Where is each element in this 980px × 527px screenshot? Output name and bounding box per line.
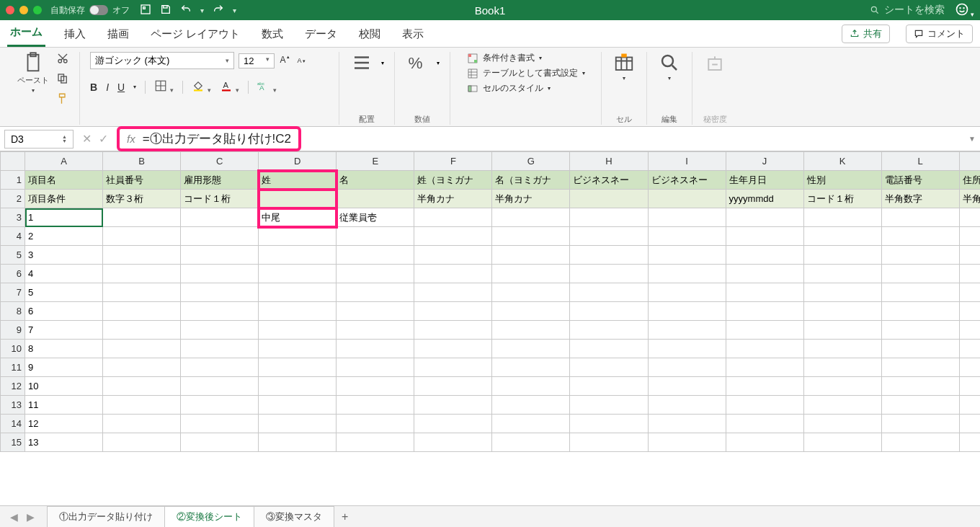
col-header[interactable]: H	[570, 152, 648, 171]
cell[interactable]	[959, 358, 980, 377]
cell[interactable]	[414, 340, 492, 358]
italic-button[interactable]: I	[106, 81, 109, 93]
fx-icon[interactable]: fx	[127, 133, 135, 145]
sensitivity-button[interactable]	[703, 52, 727, 74]
cell[interactable]	[570, 208, 648, 227]
cell[interactable]: 雇用形態	[181, 171, 259, 190]
cell[interactable]	[259, 265, 337, 283]
col-header[interactable]: I	[648, 152, 726, 171]
tab-draw[interactable]: 描画	[104, 23, 132, 47]
col-header[interactable]: K	[803, 152, 881, 171]
cell[interactable]: ビジネスネー	[648, 171, 726, 190]
select-all-corner[interactable]	[1, 152, 25, 171]
cell[interactable]	[103, 321, 181, 340]
share-button[interactable]: 共有	[842, 25, 890, 43]
sheet-nav-next-icon[interactable]: ▶	[22, 511, 39, 523]
cell[interactable]	[414, 321, 492, 340]
cell[interactable]	[259, 415, 337, 433]
cell[interactable]: 9	[25, 358, 103, 377]
row-header[interactable]: 10	[1, 340, 25, 358]
cell[interactable]: 数字３桁	[103, 190, 181, 208]
cell[interactable]	[648, 227, 726, 246]
cell[interactable]	[726, 377, 803, 396]
cell[interactable]	[259, 283, 337, 302]
cell[interactable]	[492, 377, 570, 396]
cell[interactable]	[881, 340, 959, 358]
cell[interactable]	[726, 208, 803, 227]
underline-button[interactable]: U	[117, 81, 125, 93]
col-header[interactable]: A	[25, 152, 103, 171]
col-header[interactable]: M	[959, 152, 980, 171]
cell[interactable]	[337, 246, 414, 265]
cell[interactable]	[492, 433, 570, 452]
cell[interactable]	[881, 302, 959, 321]
cell[interactable]: 7	[25, 321, 103, 340]
cell[interactable]	[803, 340, 881, 358]
cell[interactable]: 項目条件	[25, 190, 103, 208]
sheet-tab[interactable]: ③変換マスタ	[254, 506, 334, 528]
cell[interactable]	[959, 302, 980, 321]
font-color-button[interactable]: A	[220, 79, 239, 94]
cell[interactable]	[181, 340, 259, 358]
cell[interactable]: 13	[25, 433, 103, 452]
cell[interactable]	[181, 396, 259, 415]
cell[interactable]	[570, 283, 648, 302]
cell[interactable]	[726, 283, 803, 302]
cell[interactable]	[181, 227, 259, 246]
cell[interactable]	[103, 283, 181, 302]
col-header[interactable]: J	[726, 152, 803, 171]
cell[interactable]	[959, 377, 980, 396]
col-header[interactable]: E	[337, 152, 414, 171]
cell[interactable]: 項目名	[25, 171, 103, 190]
cell[interactable]	[337, 190, 414, 208]
editing-button[interactable]: ▾	[657, 52, 682, 81]
cell[interactable]	[881, 208, 959, 227]
cell[interactable]	[259, 396, 337, 415]
cell[interactable]	[570, 265, 648, 283]
cell[interactable]	[570, 396, 648, 415]
cell[interactable]	[181, 302, 259, 321]
cell[interactable]	[492, 340, 570, 358]
cell[interactable]: 姓（ヨミガナ	[414, 171, 492, 190]
cell[interactable]	[570, 377, 648, 396]
cell[interactable]	[414, 265, 492, 283]
cell[interactable]	[648, 321, 726, 340]
cell[interactable]	[181, 415, 259, 433]
cell[interactable]	[803, 265, 881, 283]
cell[interactable]: 生年月日	[726, 171, 803, 190]
sheet-tab[interactable]: ①出力データ貼り付け	[47, 506, 165, 528]
cell[interactable]	[337, 415, 414, 433]
cell[interactable]	[259, 321, 337, 340]
cell[interactable]	[103, 358, 181, 377]
tab-pagelayout[interactable]: ページ レイアウト	[148, 23, 243, 47]
name-box[interactable]: D3 ▲▼	[4, 130, 74, 149]
cell[interactable]: 住所（郵	[959, 171, 980, 190]
cell[interactable]	[726, 396, 803, 415]
cell[interactable]	[881, 283, 959, 302]
cell[interactable]	[726, 321, 803, 340]
cell[interactable]	[103, 302, 181, 321]
cell[interactable]: 従業員壱	[337, 208, 414, 227]
undo-dropdown-icon[interactable]: ▾	[200, 6, 204, 14]
cell[interactable]	[570, 321, 648, 340]
row-header[interactable]: 4	[1, 227, 25, 246]
cell[interactable]	[337, 321, 414, 340]
account-icon[interactable]: ▾	[955, 2, 974, 19]
cell[interactable]	[337, 358, 414, 377]
cell[interactable]	[959, 283, 980, 302]
cell[interactable]	[881, 321, 959, 340]
cell[interactable]	[570, 415, 648, 433]
font-name-select[interactable]: 游ゴシック (本文)	[90, 52, 234, 69]
cell[interactable]	[803, 283, 881, 302]
maximize-window[interactable]	[33, 6, 42, 14]
cell[interactable]	[103, 208, 181, 227]
row-header[interactable]: 6	[1, 265, 25, 283]
cells-button[interactable]: ▾	[612, 52, 636, 81]
cell[interactable]	[337, 433, 414, 452]
cell[interactable]	[414, 246, 492, 265]
cell[interactable]	[803, 208, 881, 227]
col-header[interactable]: D	[259, 152, 337, 171]
cell[interactable]	[648, 246, 726, 265]
cell[interactable]	[259, 246, 337, 265]
cell[interactable]	[492, 227, 570, 246]
